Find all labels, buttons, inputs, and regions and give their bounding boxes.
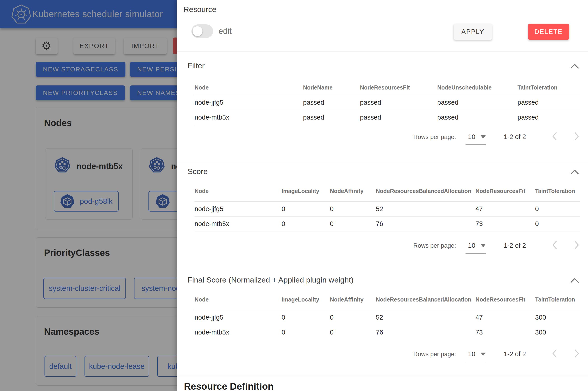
column-header: NodeAffinity [330,289,376,310]
chevron-left-icon[interactable] [551,131,558,142]
table-cell: 47 [476,201,535,216]
table-cell: 47 [476,310,535,325]
chevron-left-icon[interactable] [551,240,558,250]
pagination-range: 1-2 of 2 [504,350,526,358]
rows-per-page-select[interactable]: 10 [468,350,475,358]
table-cell: node-jjfg5 [195,201,282,216]
column-header: ImageLocality [282,181,330,201]
column-header: NodeUnschedulable [437,80,517,95]
column-header: NodeResourcesBalancedAllocation [376,181,476,201]
table-cell: 0 [535,216,580,231]
table-cell: passed [517,95,580,110]
rows-per-page-select[interactable]: 10 [468,242,475,249]
rows-per-page-label: Rows per page: [413,351,456,358]
column-header: TaintToleration [535,289,580,310]
dropdown-arrow-icon [481,244,486,247]
chevron-up-icon[interactable] [570,278,579,284]
table-cell: 76 [376,325,476,340]
table-cell: node-jjfg5 [195,95,303,110]
toggle-knob [192,26,202,36]
column-header: Node [195,80,303,95]
table-cell: passed [303,110,360,125]
column-header: NodeResourcesBalancedAllocation [376,289,476,310]
table-cell: 0 [330,201,376,216]
table-cell: 0 [330,310,376,325]
rows-per-page-label: Rows per page: [413,134,456,141]
table-cell: 0 [330,325,376,340]
column-header: TaintToleration [517,80,580,95]
select-underline [466,362,486,362]
chevron-up-icon[interactable] [570,63,579,69]
table-cell: passed [360,95,437,110]
column-header: NodeAffinity [330,181,376,201]
column-header: Node [195,181,282,201]
table-cell: passed [360,110,437,125]
rows-per-page-select[interactable]: 10 [468,133,475,141]
table-cell: 0 [330,216,376,231]
table-cell: 76 [376,216,476,231]
dropdown-arrow-icon [481,135,486,139]
edit-toggle[interactable] [191,24,213,38]
table-cell: 73 [476,216,535,231]
column-header: NodeName [303,80,360,95]
pagination-range: 1-2 of 2 [504,133,526,141]
table-cell: 73 [476,325,535,340]
table-cell: passed [437,95,517,110]
pagination-range: 1-2 of 2 [504,242,526,249]
table-cell: 0 [282,201,330,216]
table-cell: 300 [535,325,580,340]
table-cell: 0 [282,216,330,231]
select-underline [466,253,486,254]
edit-toggle-label: edit [219,24,232,38]
drawer-title: Resource [183,5,217,14]
column-header: NodeResourcesFit [360,80,437,95]
filter-section-title: Filter [187,61,205,70]
table-cell: 0 [282,310,330,325]
column-header: TaintToleration [535,181,580,201]
table-cell: 52 [376,201,476,216]
resource-drawer: Resource edit APPLY DELETE Filter Node N… [177,0,588,391]
table-cell: passed [517,110,580,125]
table-cell: node-mtb5x [195,110,303,125]
final-score-table: Node ImageLocality NodeAffinity NodeReso… [195,289,580,340]
score-pagination: Rows per page: 10 1-2 of 2 [413,239,580,254]
chevron-right-icon[interactable] [573,348,581,359]
table-cell: 52 [376,310,476,325]
table-cell: node-jjfg5 [195,310,282,325]
table-cell: node-mtb5x [195,325,282,340]
dropdown-arrow-icon [481,353,486,356]
column-header: Node [195,289,282,310]
chevron-right-icon[interactable] [573,240,581,250]
chevron-up-icon[interactable] [570,169,579,175]
apply-button[interactable]: APPLY [454,24,492,40]
chevron-right-icon[interactable] [573,131,581,142]
select-underline [466,144,486,145]
score-table: Node ImageLocality NodeAffinity NodeReso… [195,181,580,231]
kubernetes-scheduler-simulator: Kubernetes scheduler simulator ⚙ EXPORT … [0,0,588,391]
column-header: NodeResourcesFit [476,289,535,310]
table-cell: 0 [535,201,580,216]
column-header: NodeResourcesFit [476,181,535,201]
final-score-section-title: Final Score (Normalized + Applied plugin… [187,276,353,284]
rows-per-page-label: Rows per page: [413,242,456,249]
table-cell: 0 [282,325,330,340]
filter-table: Node NodeName NodeResourcesFit NodeUnsch… [195,80,580,125]
final-score-pagination: Rows per page: 10 1-2 of 2 [413,348,580,362]
table-cell: node-mtb5x [195,216,282,231]
column-header: ImageLocality [282,289,330,310]
table-cell: passed [303,95,360,110]
score-section-title: Score [187,167,208,176]
resource-definition-title: Resource Definition [184,381,274,391]
delete-button[interactable]: DELETE [528,24,569,40]
table-cell: passed [437,110,517,125]
chevron-left-icon[interactable] [551,348,558,359]
table-cell: 300 [535,310,580,325]
filter-pagination: Rows per page: 10 1-2 of 2 [413,130,580,145]
